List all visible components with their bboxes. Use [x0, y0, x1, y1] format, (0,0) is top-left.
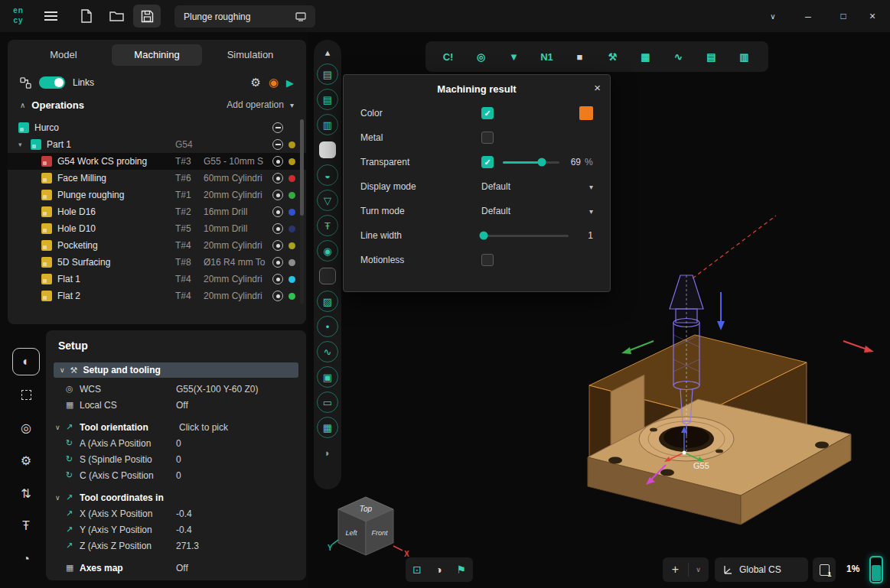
columns-icon[interactable]: ▥: [728, 51, 761, 63]
tree-row-operation[interactable]: Pocketing T#4 20mm Cylindri: [8, 237, 306, 254]
waveform-icon[interactable]: ∿: [662, 51, 695, 63]
visibility-toggle-icon[interactable]: [272, 240, 283, 251]
visibility-toggle-icon[interactable]: [272, 206, 283, 217]
tool-button[interactable]: Ŧ: [12, 512, 40, 540]
open-file-button[interactable]: [103, 5, 130, 28]
tree-row-operation[interactable]: 5D Surfacing T#8 Ø16 R4 mm To: [8, 254, 306, 271]
tab-model[interactable]: Model: [18, 44, 109, 66]
visibility-toggle-icon[interactable]: [272, 291, 283, 301]
titlebar-chevron[interactable]: ∨: [761, 5, 784, 28]
tooling-icon[interactable]: ⚒: [596, 51, 629, 63]
tree-row-operation[interactable]: Flat 1 T#4 20mm Cylindri: [8, 271, 306, 288]
axis-x-row[interactable]: ↗ X (Axis X Position -0.4: [46, 505, 306, 521]
visibility-toggle-icon[interactable]: [272, 190, 283, 200]
add-operation-caret-icon[interactable]: ▾: [290, 101, 294, 109]
expand-caret-icon[interactable]: ▾: [18, 141, 31, 148]
plot-stock-icon[interactable]: ▤: [317, 89, 338, 110]
gear-icon[interactable]: ⚙: [250, 76, 260, 89]
machine-icon[interactable]: C!: [432, 51, 465, 63]
process-target-icon[interactable]: ◉: [269, 76, 279, 89]
flag-icon[interactable]: ⚑: [456, 564, 466, 576]
tree-row-operation[interactable]: Flat 2 T#4 20mm Cylindri: [8, 288, 306, 304]
metal-checkbox[interactable]: [481, 132, 494, 144]
plot-result-icon[interactable]: ▥: [317, 114, 338, 135]
axis-a-row[interactable]: ↻ A (Axis A Position 0: [46, 435, 306, 451]
visibility-toggle-icon[interactable]: [272, 274, 283, 284]
shading-icon[interactable]: ◑: [435, 564, 442, 576]
global-cs-button[interactable]: Global CS: [715, 557, 808, 582]
collapse-icon[interactable]: ∧: [20, 101, 25, 109]
holder-icon[interactable]: ◒: [317, 164, 338, 186]
document-tab[interactable]: Plunge roughing: [174, 5, 315, 28]
tab-machining[interactable]: Machining: [112, 44, 202, 66]
transparent-checkbox[interactable]: ✓: [481, 156, 494, 168]
settings-button[interactable]: ⚙: [12, 447, 40, 474]
wcs-row[interactable]: ◎ WCS G55(X-100 Y-60 Z0): [46, 381, 306, 397]
tree-row-operation[interactable]: G54 Work CS probing T#3 G55 - 10mm S: [8, 153, 306, 170]
swap-axes-button[interactable]: ⇅: [12, 479, 40, 507]
axes-map-row[interactable]: ▦ Axes map Off: [46, 560, 306, 576]
selection-box-button[interactable]: [12, 381, 40, 408]
app-logo[interactable]: en cy: [8, 5, 29, 27]
plane-icon[interactable]: [319, 268, 336, 284]
motionless-checkbox[interactable]: [481, 254, 494, 266]
maximize-button[interactable]: □: [832, 5, 855, 28]
scrollbar-thumb[interactable]: [300, 119, 304, 216]
add-operation-button[interactable]: Add operation: [227, 99, 284, 110]
disc-button[interactable]: ◎: [12, 414, 40, 441]
surfaces-icon[interactable]: ▣: [317, 366, 338, 388]
color-swatch[interactable]: [579, 106, 593, 120]
close-icon[interactable]: ×: [594, 81, 601, 94]
save-button[interactable]: [133, 5, 161, 28]
links-toggle[interactable]: [39, 76, 65, 89]
section-view-icon[interactable]: ◗: [317, 442, 338, 463]
gcode-icon[interactable]: N1: [530, 51, 563, 63]
filter-icon[interactable]: ▽: [317, 190, 338, 211]
tree-row-operation[interactable]: Face Milling T#6 60mm Cylindri: [8, 170, 306, 187]
slider-thumb[interactable]: [480, 232, 488, 240]
menu-icon[interactable]: [44, 11, 57, 21]
color-checkbox[interactable]: ✓: [481, 107, 494, 119]
scroll-up-icon[interactable]: ▴: [317, 44, 338, 60]
tree-row-operation[interactable]: Plunge roughing T#1 20mm Cylindri: [8, 187, 306, 203]
sphere-view-button[interactable]: ◐: [12, 348, 40, 375]
tool-icon[interactable]: Ŧ: [317, 215, 338, 236]
new-file-button[interactable]: [72, 5, 99, 28]
history-button[interactable]: ◔: [12, 545, 40, 573]
tree-row-operation[interactable]: Hole D10 T#5 10mm Drill: [8, 220, 306, 237]
hatching-icon[interactable]: ▨: [317, 291, 338, 312]
sheets-button[interactable]: 1: [813, 557, 836, 582]
visibility-toggle-icon[interactable]: [272, 156, 283, 167]
tree-row-part[interactable]: ▾ Part 1 G54: [8, 136, 306, 153]
view-cube[interactable]: Top Left Front Y X: [321, 488, 413, 573]
axis-y-row[interactable]: ↗ Y (Axis Y Position -0.4: [46, 521, 306, 538]
mesh-icon[interactable]: ▦: [317, 417, 338, 438]
minimize-button[interactable]: –: [797, 5, 820, 28]
tool-orientation-header[interactable]: ∨ ↗ Tool orientation Click to pick: [46, 419, 306, 435]
tree-scrollbar[interactable]: [300, 119, 304, 304]
setup-tooling-header[interactable]: ∨ ⚒ Setup and tooling: [54, 362, 298, 378]
axis-s-row[interactable]: ↻ S (Spindle Positio 0: [46, 451, 306, 467]
turn-mode-select[interactable]: Turn mode Default ▾: [344, 199, 610, 223]
fit-view-icon[interactable]: ⊡: [412, 564, 422, 576]
stock-icon[interactable]: ■: [563, 51, 596, 63]
display-mode-select[interactable]: Display mode Default ▾: [344, 174, 610, 199]
close-button[interactable]: ×: [861, 5, 884, 28]
plotter-icon[interactable]: ▤: [695, 51, 728, 63]
visibility-toggle-icon[interactable]: [272, 223, 283, 234]
bounds-icon[interactable]: ▭: [317, 391, 338, 413]
calculator-icon[interactable]: ▦: [629, 51, 662, 63]
tool-coordinates-header[interactable]: ∨ ↗ Tool coordinates in: [46, 489, 306, 505]
slider-thumb[interactable]: [538, 158, 546, 167]
run-icon[interactable]: ▶: [286, 77, 294, 89]
circle-minus-icon[interactable]: [272, 122, 283, 133]
line-width-slider[interactable]: [481, 235, 569, 237]
visibility-toggle-icon[interactable]: [272, 257, 283, 268]
plot-machine-icon[interactable]: ▤: [317, 63, 338, 85]
circle-minus-icon[interactable]: [272, 139, 283, 150]
local-cs-row[interactable]: ▦ Local CS Off: [46, 397, 306, 413]
tree-row-operation[interactable]: Hole D16 T#2 16mm Drill: [8, 203, 306, 220]
add-button[interactable]: +: [663, 563, 688, 577]
tab-simulation[interactable]: Simulation: [205, 44, 295, 66]
tree-row-machine[interactable]: Hurco: [8, 119, 306, 136]
